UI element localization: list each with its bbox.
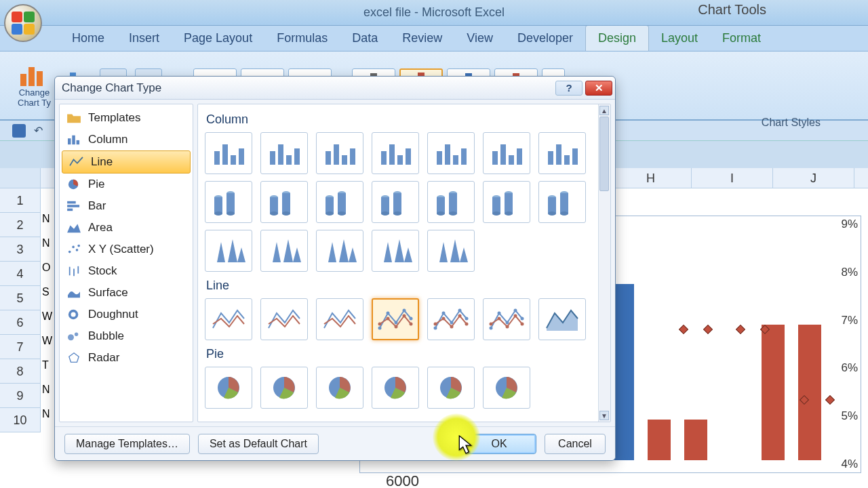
- column-header[interactable]: I: [692, 168, 773, 188]
- chart-option-column[interactable]: [372, 230, 419, 272]
- svg-rect-23: [270, 151, 275, 165]
- scroll-thumb[interactable]: [599, 117, 609, 191]
- chart-option-column[interactable]: [483, 181, 530, 223]
- chart-option-column[interactable]: [538, 181, 586, 223]
- tab-formulas[interactable]: Formulas: [264, 26, 340, 51]
- chart-option-column[interactable]: [205, 230, 252, 272]
- chart-option-line[interactable]: [483, 298, 530, 340]
- chart-type-gallery[interactable]: Column Line Pie ▲ ▼: [197, 104, 611, 422]
- category-bubble[interactable]: Bubble: [60, 325, 193, 347]
- svg-rect-39: [492, 151, 498, 165]
- chart-option-column[interactable]: [538, 132, 586, 174]
- chart-option-column[interactable]: [427, 230, 475, 272]
- tab-home[interactable]: Home: [60, 26, 117, 51]
- svg-marker-101: [439, 242, 448, 262]
- select-all-corner[interactable]: [0, 168, 41, 188]
- category-bar[interactable]: Bar: [60, 195, 193, 217]
- save-icon[interactable]: [12, 124, 26, 138]
- undo-icon[interactable]: ↶: [34, 124, 43, 137]
- svg-rect-38: [461, 148, 467, 165]
- chart-option-column[interactable]: [372, 132, 419, 174]
- svg-rect-45: [564, 155, 570, 165]
- chart-option-line[interactable]: [260, 298, 308, 340]
- svg-point-85: [548, 211, 556, 216]
- svg-rect-40: [500, 144, 506, 165]
- svg-rect-25: [286, 155, 292, 165]
- row-headers[interactable]: 1 2 3 4 5 6 7 8 9 10: [0, 188, 41, 432]
- tab-insert[interactable]: Insert: [117, 26, 172, 51]
- chart-option-column[interactable]: [372, 181, 419, 223]
- category-area[interactable]: Area: [60, 217, 193, 239]
- svg-point-70: [393, 211, 401, 216]
- category-stock[interactable]: Stock: [60, 260, 193, 282]
- category-surface[interactable]: Surface: [60, 282, 193, 304]
- cancel-button[interactable]: Cancel: [545, 434, 606, 454]
- scroll-down-icon[interactable]: ▼: [599, 411, 609, 420]
- category-column[interactable]: Column: [60, 129, 193, 150]
- chart-option-line[interactable]: [372, 298, 419, 340]
- tab-review[interactable]: Review: [390, 26, 454, 51]
- scroll-up-icon[interactable]: ▲: [599, 106, 609, 115]
- column-header[interactable]: J: [773, 168, 854, 188]
- chart-option-pie[interactable]: [205, 367, 252, 409]
- chart-option-column[interactable]: [260, 132, 308, 174]
- chart-option-column[interactable]: [427, 181, 475, 223]
- tab-view[interactable]: View: [454, 26, 505, 51]
- svg-point-10: [77, 245, 80, 247]
- chart-option-column[interactable]: [483, 132, 530, 174]
- chart-option-pie[interactable]: [427, 367, 475, 409]
- category-scatter[interactable]: X Y (Scatter): [60, 239, 193, 260]
- chart-option-column[interactable]: [205, 132, 252, 174]
- chart-option-line[interactable]: [427, 298, 475, 340]
- chart-option-pie[interactable]: [260, 367, 308, 409]
- svg-rect-21: [231, 155, 236, 165]
- chart-option-line[interactable]: [538, 298, 586, 340]
- svg-point-79: [492, 211, 500, 216]
- svg-marker-98: [384, 242, 392, 262]
- chart-option-column[interactable]: [260, 181, 308, 223]
- svg-rect-31: [381, 151, 387, 165]
- chart-option-column[interactable]: [316, 230, 363, 272]
- category-pie[interactable]: Pie: [60, 174, 193, 195]
- svg-rect-30: [350, 148, 355, 165]
- change-chart-type-button[interactable]: Change Chart Ty: [14, 62, 55, 109]
- column-header[interactable]: H: [610, 168, 692, 188]
- category-doughnut[interactable]: Doughnut: [60, 304, 193, 325]
- chart-option-column[interactable]: [205, 181, 252, 223]
- tab-data[interactable]: Data: [340, 26, 390, 51]
- tab-page-layout[interactable]: Page Layout: [172, 26, 264, 51]
- section-title-line: Line: [206, 279, 604, 293]
- svg-marker-92: [273, 242, 281, 262]
- dialog-titlebar[interactable]: Change Chart Type ? ✕: [55, 77, 615, 100]
- chart-option-column[interactable]: [427, 132, 475, 174]
- tab-format[interactable]: Format: [710, 26, 773, 51]
- set-default-chart-button[interactable]: Set as Default Chart: [198, 434, 319, 454]
- dialog-title: Change Chart Type: [62, 81, 161, 95]
- tab-developer[interactable]: Developer: [505, 26, 585, 51]
- category-radar[interactable]: Radar: [60, 347, 193, 369]
- chart-option-pie[interactable]: [372, 367, 419, 409]
- ok-button[interactable]: OK: [462, 434, 536, 454]
- chart-option-column[interactable]: [316, 132, 363, 174]
- svg-point-16: [68, 334, 74, 340]
- tab-layout[interactable]: Layout: [649, 26, 710, 51]
- chart-option-column[interactable]: [260, 230, 308, 272]
- chart-option-column[interactable]: [316, 181, 363, 223]
- category-templates[interactable]: Templates: [60, 107, 193, 129]
- chart-category-list[interactable]: Templates Column Line Pie Bar Area: [59, 104, 193, 422]
- close-button[interactable]: ✕: [585, 81, 612, 96]
- chart-option-line[interactable]: [205, 298, 252, 340]
- office-button[interactable]: [4, 4, 42, 42]
- svg-point-114: [434, 327, 437, 330]
- svg-point-120: [442, 317, 446, 321]
- help-button[interactable]: ?: [555, 81, 583, 96]
- svg-rect-66: [381, 197, 389, 214]
- chart-option-pie[interactable]: [483, 367, 530, 409]
- tab-design[interactable]: Design: [585, 25, 649, 51]
- manage-templates-button[interactable]: Manage Templates…: [64, 434, 190, 454]
- gallery-scrollbar[interactable]: ▲ ▼: [598, 104, 610, 422]
- svg-rect-20: [222, 144, 228, 165]
- category-line[interactable]: Line: [62, 150, 191, 174]
- chart-option-pie[interactable]: [316, 367, 363, 409]
- chart-option-line[interactable]: [316, 298, 363, 340]
